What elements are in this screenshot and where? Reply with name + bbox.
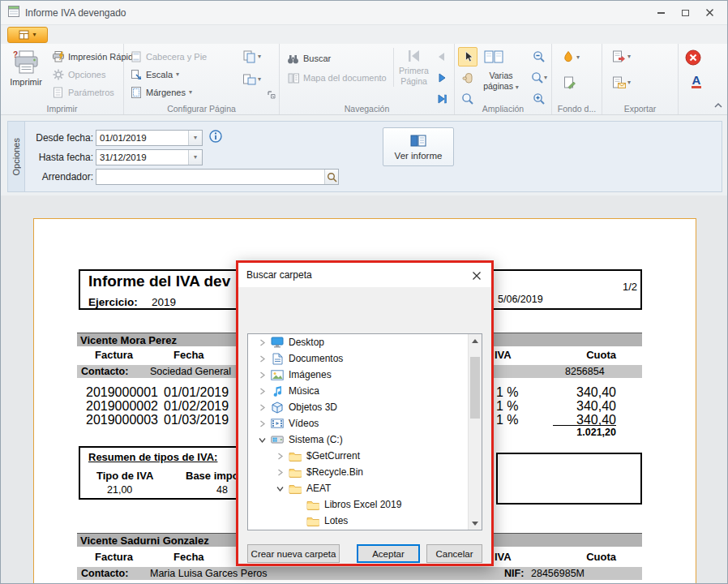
tree-item-sistema-c[interactable]: Sistema (C:)	[248, 432, 468, 448]
hasta-fecha-dropdown[interactable]: ▾	[188, 150, 202, 165]
close-button[interactable]	[698, 4, 721, 22]
page-setup-button-2[interactable]: ▾	[242, 73, 261, 86]
ribbon-group-exportar: ▾ ▾ Exportar	[602, 44, 679, 114]
options-tab[interactable]: Opciones	[8, 122, 25, 191]
col-fecha: Fecha	[173, 349, 204, 361]
window-title: Informe IVA devengado	[25, 7, 126, 19]
pointer-tool-button[interactable]	[458, 47, 477, 67]
font-color-button[interactable]: A	[687, 71, 706, 91]
cabecera-pie-label: Cabecera y Pie	[146, 52, 207, 62]
tree-item-videos[interactable]: Vídeos	[248, 415, 468, 432]
accept-button[interactable]: Aceptar	[357, 544, 420, 563]
fondo-color-button[interactable]: ▾	[562, 50, 580, 64]
chevron-right-icon[interactable]	[276, 453, 284, 460]
chevron-right-icon[interactable]	[258, 388, 266, 395]
col-cuota: Cuota	[550, 551, 616, 563]
export-button-2[interactable]: ▾	[612, 76, 631, 89]
dialog-launcher-button[interactable]	[268, 88, 276, 102]
page-setup-button-1[interactable]: ▾	[242, 50, 261, 63]
next-page-button[interactable]	[432, 68, 452, 88]
tree-item-label: $Recycle.Bin	[306, 466, 363, 478]
desde-fecha-input[interactable]: 01/01/2019 ▾	[96, 130, 203, 146]
scrollbar-thumb[interactable]	[470, 357, 480, 419]
tree-item-label: Sistema (C:)	[289, 434, 343, 445]
tree-item-musica[interactable]: Música	[248, 383, 468, 399]
zoom-out-button[interactable]	[529, 47, 549, 67]
tree-item-documentos[interactable]: Documentos	[248, 350, 468, 367]
group-label-ampliacion: Ampliación	[456, 104, 550, 114]
margenes-button[interactable]: Márgenes ▾	[129, 84, 207, 101]
chevron-right-icon[interactable]	[258, 355, 266, 363]
info-button[interactable]	[209, 130, 222, 146]
font-color-icon: A	[692, 74, 702, 88]
export-button-1[interactable]: ▾	[612, 50, 631, 63]
prev-page-button[interactable]	[432, 47, 452, 67]
chevron-down-icon[interactable]	[258, 436, 266, 444]
scrollbar-down-button[interactable]	[469, 517, 482, 530]
chevron-right-icon[interactable]	[258, 339, 266, 346]
ver-informe-button[interactable]: Ver informe	[383, 127, 454, 166]
cabecera-pie-button[interactable]: Cabecera y Pie	[129, 48, 207, 66]
tree-item-libros-excel-2019[interactable]: Libros Excel 2019	[248, 496, 468, 513]
chevron-right-icon[interactable]	[276, 469, 284, 476]
new-folder-button[interactable]: Crear nueva carpeta	[247, 544, 340, 563]
accept-label: Aceptar	[372, 549, 405, 559]
dialog-titlebar: Buscar carpeta	[238, 263, 491, 287]
collapse-ribbon-button[interactable]	[713, 97, 723, 112]
buscar-button[interactable]: Buscar	[286, 49, 387, 68]
folder-icon	[288, 467, 302, 478]
pictures-icon	[270, 370, 285, 380]
collapse-ribbon-icon	[713, 102, 723, 109]
imprimir-button[interactable]: ? Imprimir	[4, 47, 48, 104]
titlebar: Informe IVA devengado	[1, 1, 727, 25]
minimize-button[interactable]	[649, 4, 672, 22]
zoom-out-icon	[533, 50, 546, 63]
chevron-right-icon[interactable]	[258, 420, 266, 427]
dialog-close-button[interactable]	[470, 269, 483, 282]
tree-item-objetos-3d[interactable]: Objetos 3D	[248, 399, 468, 415]
cell-iva: 1 %	[496, 385, 519, 400]
tree-item-label: AEAT	[306, 483, 331, 494]
zoom-level-button[interactable]: ▾	[529, 68, 549, 88]
maximize-button[interactable]	[674, 4, 696, 22]
next-page-icon	[435, 72, 448, 84]
tree-item-getcurrent[interactable]: $GetCurrent	[248, 448, 468, 464]
tree-item-aeat[interactable]: AEAT	[248, 480, 468, 496]
folder-tree[interactable]: Desktop Documentos Imágenes Música Objet	[247, 333, 482, 530]
tree-item-imagenes[interactable]: Imágenes	[248, 367, 468, 383]
configurar-items: Cabecera y Pie Escala ▾ Márgenes ▾	[129, 48, 207, 101]
gear-icon	[51, 69, 65, 80]
chevron-down-icon: ▾	[627, 79, 631, 86]
window-controls	[649, 4, 721, 22]
contact-row-2: Contacto: Maria Luisa Garces Peros NIF: …	[77, 567, 642, 580]
objects-3d-icon	[270, 402, 285, 414]
app-menu-button[interactable]: ▾	[7, 27, 48, 43]
fill-color-icon	[562, 50, 575, 64]
mapa-documento-button[interactable]: Mapa del documento	[286, 68, 387, 88]
desde-fecha-dropdown[interactable]: ▾	[188, 131, 202, 145]
chevron-right-icon[interactable]	[258, 371, 266, 379]
chevron-down-icon[interactable]	[276, 485, 284, 492]
tree-scrollbar[interactable]	[468, 334, 482, 530]
close-preview-button[interactable]	[683, 48, 703, 67]
scrollbar-up-button[interactable]	[469, 334, 482, 347]
arrendador-search-button[interactable]	[324, 170, 338, 184]
hand-tool-button[interactable]	[458, 68, 477, 88]
tree-item-recycle-bin[interactable]: $Recycle.Bin	[248, 464, 468, 480]
chevron-right-icon[interactable]	[258, 404, 266, 411]
nif-value: 28456985M	[531, 568, 585, 579]
escala-button[interactable]: Escala ▾	[129, 66, 207, 84]
varias-paginas-button[interactable]	[484, 49, 503, 65]
varias-paginas-label[interactable]: Varias páginas ▾	[476, 71, 526, 92]
hasta-fecha-input[interactable]: 31/12/2019 ▾	[96, 149, 203, 165]
primera-pagina-button[interactable]: Primera Página	[393, 48, 430, 87]
folder-dialog: Buscar carpeta Desktop Documentos Imágen…	[236, 260, 494, 566]
arrendador-input[interactable]	[96, 169, 339, 185]
tree-item-lotes[interactable]: Lotes	[248, 513, 468, 529]
cancel-button[interactable]: Cancelar	[426, 544, 482, 563]
pointer-icon	[463, 50, 473, 63]
tree-item-desktop[interactable]: Desktop	[248, 334, 468, 350]
arrendador-label: Arrendador:	[24, 171, 93, 182]
watermark-button[interactable]	[563, 76, 576, 89]
tree-item-label: Imágenes	[289, 369, 332, 380]
